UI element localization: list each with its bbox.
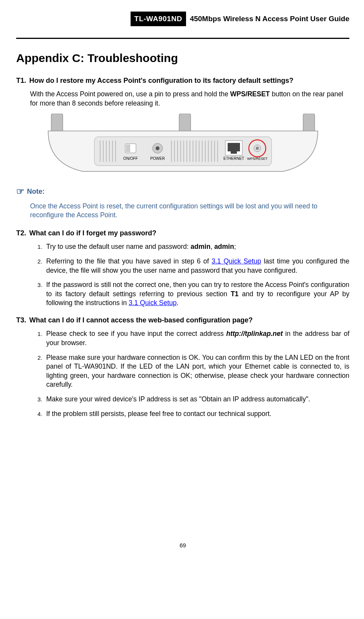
note-heading: ☞Note: [16,185,349,198]
device-rear-panel-figure: ON/OFF POWER ETHERNET WPS/RESET [44,114,322,178]
t2-list: Try to use the default user name and pas… [30,242,349,308]
t2-block: T2.What can I do if I forget my password… [16,228,349,308]
t1-block: T1.How do I restore my Access Point's co… [16,76,349,178]
t1-intro-bold: WPS/RESET [230,90,270,98]
t3-i1-url: http://tplinkap.net [226,330,283,337]
svg-rect-0 [51,114,63,133]
t2-i3-c: . [177,299,179,307]
note-label: Note: [27,188,45,195]
t2-i1-b1: admin [191,243,211,250]
svg-rect-2 [303,114,315,133]
pointing-hand-icon: ☞ [16,185,25,198]
t1-heading: T1.How do I restore my Access Point's co… [16,76,349,85]
t2-i1-c: , [210,243,214,250]
t3-block: T3.What can I do if I cannot access the … [16,315,349,418]
svg-rect-11 [126,144,130,152]
t3-question: What can I do if I cannot access the web… [29,316,253,324]
t3-i1-a: Please check to see if you have input th… [46,330,226,337]
t2-heading: T2.What can I do if I forget my password… [16,228,349,238]
t3-item-2: Please make sure your hardware connectio… [44,353,349,390]
t2-num: T2. [16,228,29,238]
svg-point-35 [256,147,259,150]
svg-rect-1 [179,114,191,133]
t3-item-4: If the problem still persists, please fe… [44,409,349,419]
power-label: POWER [150,156,165,161]
t2-i1-b2: admin [214,243,234,250]
t2-question: What can I do if I forget my password? [29,229,156,237]
t3-list: Please check to see if you have input th… [30,329,349,418]
svg-point-13 [156,146,159,150]
t3-heading: T3.What can I do if I cannot access the … [16,315,349,325]
t3-item-1: Please check to see if you have input th… [44,329,349,347]
svg-rect-31 [228,143,240,151]
t1-question: How do I restore my Access Point's confi… [29,77,294,84]
t2-item-2: Referring to the file that you have save… [44,257,349,275]
t1-intro: With the Access Point powered on, use a … [30,90,349,108]
t2-item-1: Try to use the default user name and pas… [44,242,349,252]
note-text: Once the Access Point is reset, the curr… [30,202,349,220]
svg-rect-32 [231,151,237,154]
t2-i1-d: ; [234,243,236,250]
page-header: TL-WA901ND 450Mbps Wireless N Access Poi… [131,12,349,26]
onoff-label: ON/OFF [123,156,138,161]
t1-num: T1. [16,76,29,85]
quick-setup-link-1[interactable]: 3.1 Quick Setup [211,257,261,265]
t2-i1-a: Try to use the default user name and pas… [46,243,191,250]
t2-item-3: If the password is still not the correct… [44,280,349,308]
svg-rect-3 [94,137,272,166]
header-title: 450Mbps Wireless N Access Point User Gui… [186,12,349,26]
header-model: TL-WA901ND [131,12,186,26]
t2-i2-a: Referring to the file that you have save… [46,257,211,265]
appendix-title: Appendix C: Troubleshooting [16,50,349,66]
t1-intro-a: With the Access Point powered on, use a … [30,90,230,98]
quick-setup-link-2[interactable]: 3.1 Quick Setup [129,299,177,307]
wpsreset-label: WPS/RESET [247,157,268,161]
t3-item-3: Make sure your wired device's IP address… [44,395,349,404]
ethernet-label: ETHERNET [223,156,244,161]
t3-num: T3. [16,315,29,325]
page-number: 69 [16,542,349,557]
t2-i3-bold: T1 [231,290,238,298]
